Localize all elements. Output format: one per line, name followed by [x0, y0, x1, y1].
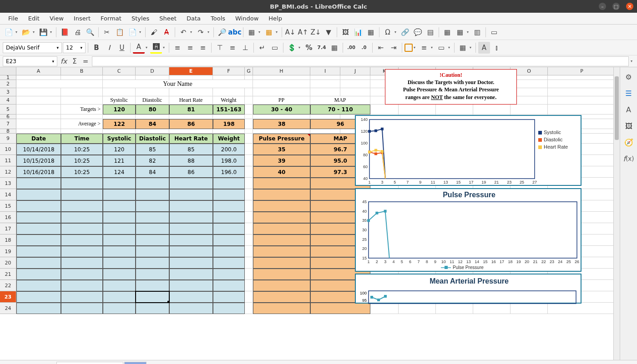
pdf-icon[interactable]: 📕 [59, 26, 71, 38]
row-header-1[interactable]: 1 [0, 75, 16, 80]
row-header-4[interactable]: 4 [0, 96, 16, 105]
menu-sheet[interactable]: Sheet [155, 13, 181, 24]
open-dropdown[interactable]: ▾ [33, 30, 36, 34]
highlight-icon[interactable]: 🅰 [150, 42, 162, 54]
col-header-D[interactable]: D [136, 67, 169, 75]
sidebar-settings-icon[interactable]: ⚙ [623, 71, 635, 83]
redo-icon[interactable]: ↷ [195, 26, 207, 38]
row-header-20[interactable]: 20 [0, 257, 16, 269]
align-right-icon[interactable]: ≡ [197, 42, 209, 54]
row-header-15[interactable]: 15 [0, 200, 16, 212]
col-header-B[interactable]: B [61, 67, 103, 75]
border-color-icon[interactable]: ▭ [435, 42, 447, 54]
row-header-6[interactable]: 6 [0, 115, 16, 119]
sidebar-functions-icon[interactable]: f(x) [623, 153, 635, 165]
insert-icon[interactable]: ⫿ [491, 42, 503, 54]
pivot-icon[interactable]: ▦ [365, 26, 377, 38]
tab-next-icon[interactable]: ▶ [20, 363, 28, 364]
wrap-icon[interactable]: ↵ [256, 42, 268, 54]
autofilter-icon[interactable]: ▼ [323, 26, 334, 38]
border-dropdown[interactable]: ▾ [414, 45, 417, 50]
menu-insert[interactable]: Insert [69, 13, 95, 24]
formula-icon[interactable]: = [81, 55, 90, 67]
row-header-22[interactable]: 22 [0, 280, 16, 291]
dec-dec-icon[interactable]: .0 [358, 42, 370, 54]
dec-inc-icon[interactable]: .00 [345, 42, 357, 54]
valign-top-icon[interactable]: ⊤ [214, 42, 226, 54]
save-dropdown[interactable]: ▾ [50, 30, 54, 34]
row-icon[interactable]: ▦ [246, 26, 258, 38]
row-headers[interactable]: 123456789101112131415161718192021222324 [0, 75, 16, 314]
menu-view[interactable]: View [45, 13, 68, 24]
bold-icon[interactable]: B [91, 42, 102, 54]
split-icon[interactable]: ▥ [471, 26, 483, 38]
indent-inc-icon[interactable]: ⇥ [388, 42, 399, 54]
row-header-17[interactable]: 17 [0, 223, 16, 234]
cell-reference-input[interactable]: E23▾ [3, 56, 57, 66]
chart-pulse-pressure[interactable]: Pulse Pressure15202530354045123456789101… [355, 188, 581, 272]
new-icon[interactable]: 📄 [3, 26, 15, 38]
row-header-2[interactable]: 2 [0, 80, 16, 88]
row-header-3[interactable]: 3 [0, 88, 16, 96]
row-header-8[interactable]: 8 [0, 129, 16, 134]
chart-systolic-diastolic-hr[interactable]: 40608010012014013579111315171921232527Sy… [355, 115, 581, 186]
row-header-23[interactable]: 23 [0, 291, 16, 303]
row-header-24[interactable]: 24 [0, 303, 16, 314]
comment-icon[interactable]: 💬 [412, 26, 424, 38]
valign-bot-icon[interactable]: ⊥ [239, 42, 251, 54]
sidebar-styles-icon[interactable]: A [623, 104, 635, 115]
formula-input[interactable] [92, 56, 629, 66]
formula-expand[interactable]: ▾ [631, 59, 634, 63]
clear-format-icon[interactable]: A̶ [161, 26, 172, 38]
row-dropdown[interactable]: ▾ [258, 30, 262, 34]
menu-styles[interactable]: Styles [127, 13, 154, 24]
copy-icon[interactable]: 📋 [114, 26, 126, 38]
col-header-E[interactable]: E [169, 67, 213, 75]
sort-desc-icon[interactable]: A↑ [297, 26, 309, 38]
freeze-icon[interactable]: ▦ [441, 26, 453, 38]
row-header-12[interactable]: 12 [0, 166, 16, 178]
col-icon[interactable]: ▦ [263, 26, 275, 38]
row-header-7[interactable]: 7 [0, 119, 16, 129]
chart-icon[interactable]: 📊 [352, 26, 364, 38]
freeze2-icon[interactable]: ▦ [454, 26, 466, 38]
print-preview-icon[interactable]: 🔍 [84, 26, 96, 38]
align-left-icon[interactable]: ≡ [172, 42, 183, 54]
image-icon[interactable]: 🖼 [339, 26, 351, 38]
row-header-21[interactable]: 21 [0, 269, 16, 280]
menu-help[interactable]: Help [264, 13, 287, 24]
tab-first-icon[interactable]: ⏮ [2, 363, 10, 364]
special-char-dropdown[interactable]: ▾ [394, 30, 398, 34]
sidebar-navigator-icon[interactable]: 🧭 [623, 136, 635, 148]
hyperlink-icon[interactable]: 🔗 [399, 26, 411, 38]
col-header-F[interactable]: F [213, 67, 245, 75]
row-header-9[interactable]: 9 [0, 134, 16, 144]
col-header-H[interactable]: H [253, 67, 310, 75]
menu-data[interactable]: Data [182, 13, 205, 24]
paste-icon[interactable]: 📄 [126, 26, 138, 38]
currency-icon[interactable]: 💲 [286, 42, 298, 54]
cut-icon[interactable]: ✂ [101, 26, 113, 38]
redo-dropdown[interactable]: ▾ [207, 30, 211, 34]
border-icon[interactable] [404, 44, 413, 52]
sort-za-icon[interactable]: Z↓ [310, 26, 322, 38]
new-dropdown[interactable]: ▾ [15, 30, 19, 34]
menu-window[interactable]: Window [231, 13, 263, 24]
font-color-dropdown[interactable]: ▾ [146, 45, 149, 50]
print-icon[interactable]: 🖨 [71, 26, 83, 38]
headers-icon[interactable]: ▤ [425, 26, 436, 38]
menu-tools[interactable]: Tools [206, 13, 230, 24]
align-center-icon[interactable]: ≡ [184, 42, 196, 54]
freeze-dropdown[interactable]: ▾ [467, 30, 470, 34]
percent-icon[interactable]: % [303, 42, 315, 54]
sort-asc-icon[interactable]: A↓ [284, 26, 296, 38]
font-color-icon[interactable]: A [133, 42, 145, 54]
spreadsheet-grid[interactable]: ABCDEFGHIJKLMNOP 12345678910111213141516… [0, 67, 620, 360]
autoformat-dropdown[interactable]: ▾ [470, 45, 473, 50]
undo-dropdown[interactable]: ▾ [190, 30, 194, 34]
row-header-5[interactable]: 5 [0, 105, 16, 115]
spellcheck-icon[interactable]: abc [229, 26, 241, 38]
underline-icon[interactable]: U [116, 42, 128, 54]
window-icon[interactable]: ▭ [488, 26, 500, 38]
column-headers[interactable]: ABCDEFGHIJKLMNOP [0, 67, 620, 75]
